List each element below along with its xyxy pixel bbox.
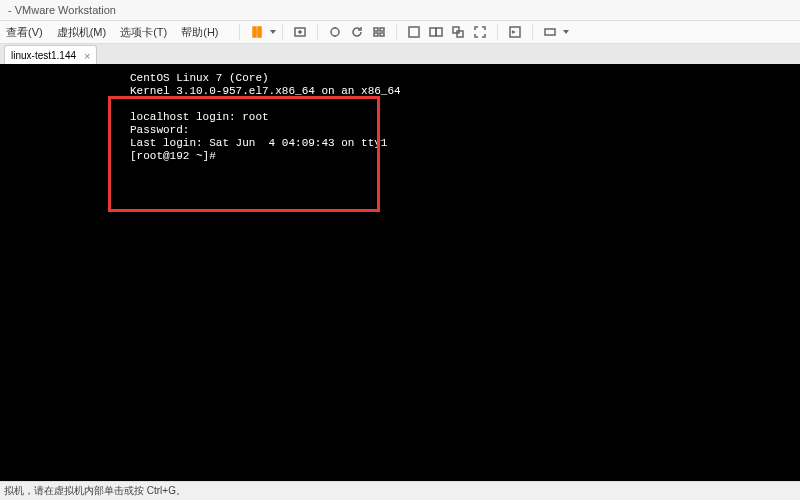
window-titlebar: - VMware Workstation bbox=[0, 0, 800, 21]
status-text: 拟机，请在虚拟机内部单击或按 Ctrl+G。 bbox=[4, 485, 186, 496]
separator bbox=[317, 24, 318, 40]
vm-tab-label: linux-test1.144 bbox=[11, 46, 76, 66]
svg-rect-1 bbox=[258, 27, 261, 37]
separator bbox=[396, 24, 397, 40]
svg-rect-11 bbox=[453, 27, 459, 33]
snapshot-manager-icon[interactable] bbox=[371, 24, 387, 40]
vm-console[interactable]: CentOS Linux 7 (Core) Kernel 3.10.0-957.… bbox=[0, 64, 800, 482]
tab-close-icon[interactable]: × bbox=[84, 46, 90, 66]
svg-rect-6 bbox=[374, 33, 378, 36]
status-bar: 拟机，请在虚拟机内部单击或按 Ctrl+G。 bbox=[0, 481, 800, 500]
separator bbox=[282, 24, 283, 40]
vm-tab[interactable]: linux-test1.144 × bbox=[4, 45, 97, 66]
power-dropdown-icon[interactable] bbox=[270, 30, 276, 34]
snapshot-revert-icon[interactable] bbox=[349, 24, 365, 40]
stretch-dropdown-icon[interactable] bbox=[563, 30, 569, 34]
menu-tabs[interactable]: 选项卡(T) bbox=[120, 25, 167, 40]
svg-rect-12 bbox=[457, 31, 463, 37]
multi-window-icon[interactable] bbox=[428, 24, 444, 40]
svg-rect-10 bbox=[436, 28, 442, 36]
console-view-icon[interactable] bbox=[507, 24, 523, 40]
separator bbox=[497, 24, 498, 40]
menu-view[interactable]: 查看(V) bbox=[6, 25, 43, 40]
menubar: 查看(V) 虚拟机(M) 选项卡(T) 帮助(H) bbox=[0, 21, 800, 44]
svg-rect-5 bbox=[380, 28, 384, 31]
svg-rect-9 bbox=[430, 28, 436, 36]
svg-rect-4 bbox=[374, 28, 378, 31]
window-title: - VMware Workstation bbox=[8, 4, 116, 16]
fullscreen-icon[interactable] bbox=[472, 24, 488, 40]
unity-icon[interactable] bbox=[450, 24, 466, 40]
pause-icon[interactable] bbox=[249, 24, 265, 40]
snapshot-take-icon[interactable] bbox=[327, 24, 343, 40]
single-window-icon[interactable] bbox=[406, 24, 422, 40]
menu-vm[interactable]: 虚拟机(M) bbox=[57, 25, 107, 40]
separator bbox=[532, 24, 533, 40]
separator bbox=[239, 24, 240, 40]
svg-rect-7 bbox=[380, 33, 384, 36]
svg-point-3 bbox=[331, 28, 339, 36]
menu-help[interactable]: 帮助(H) bbox=[181, 25, 218, 40]
highlight-box bbox=[108, 96, 380, 212]
terminal-line: CentOS Linux 7 (Core) bbox=[130, 72, 269, 84]
send-keys-icon[interactable] bbox=[292, 24, 308, 40]
svg-rect-8 bbox=[409, 27, 419, 37]
svg-rect-0 bbox=[253, 27, 256, 37]
stretch-icon[interactable] bbox=[542, 24, 558, 40]
svg-rect-14 bbox=[545, 29, 555, 35]
